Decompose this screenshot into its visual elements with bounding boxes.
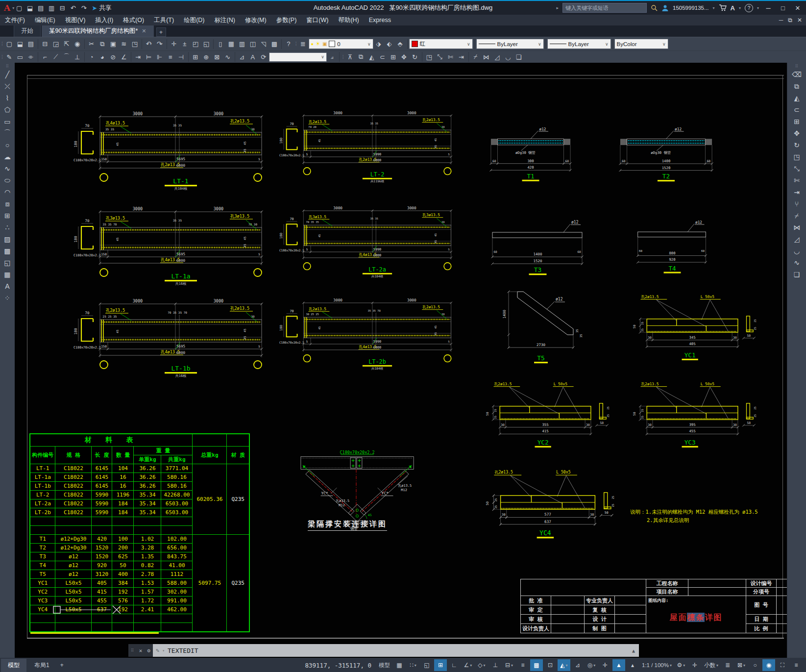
quick-properties[interactable]: ≣: [721, 659, 734, 671]
dimstyle-combo[interactable]: ∨: [269, 52, 327, 62]
yc-drawing-YC2[interactable]: 孔2ø13.5L 50x55025253035530415502525YC2: [482, 378, 610, 448]
quick-dim-icon[interactable]: ⇥: [133, 51, 144, 62]
object-snap[interactable]: ⊟▾: [503, 659, 515, 671]
extend-icon[interactable]: ⇥: [791, 186, 803, 198]
break-at-point-icon[interactable]: ⑂: [791, 198, 803, 210]
array-icon[interactable]: ⊞: [388, 51, 399, 62]
erase-icon[interactable]: ⌫: [791, 69, 803, 80]
share-button[interactable]: ➤ 共享: [92, 4, 111, 12]
drawing-canvas[interactable]: 70180C180x70x20x2.23000300035 3535 35304…: [15, 63, 787, 658]
continue-icon[interactable]: ⊩: [154, 51, 165, 62]
undo-icon[interactable]: ↶: [68, 3, 78, 13]
isolate-objects[interactable]: ○: [749, 659, 761, 671]
menu-Express[interactable]: Express: [364, 15, 396, 25]
doc-restore-button[interactable]: ⧉: [788, 17, 792, 24]
command-history-icon[interactable]: ▲: [632, 648, 639, 653]
tie-drawing-T2[interactable]: ø12øDg30 钢管601400601520T2: [618, 124, 714, 182]
fillet-icon[interactable]: ◡: [503, 51, 513, 62]
tab-start[interactable]: 开始: [14, 25, 41, 37]
beam-drawing-LT-1a[interactable]: 70180C180x70x20x2.23000300035 35 7035 35…: [73, 200, 266, 285]
menu-工具(T)[interactable]: 工具(T): [149, 15, 179, 25]
qcalc-icon[interactable]: ▩: [269, 39, 280, 50]
transparency[interactable]: ▩: [530, 659, 543, 671]
help-chevron-icon[interactable]: ▾: [757, 6, 759, 10]
layer-properties-icon[interactable]: ≣: [298, 39, 309, 50]
xline-icon[interactable]: ⤫: [1, 80, 13, 92]
revcloud-icon[interactable]: ☁: [1, 151, 13, 163]
gizmo[interactable]: ✛: [599, 659, 611, 671]
redo-icon[interactable]: ↷▾: [154, 39, 165, 50]
beam-drawing-LT-2b[interactable]: 70180C180x70x20x2.23000300030 25 2535 35…: [279, 292, 455, 370]
beam-drawing-LT-1b[interactable]: 70180C180x70x20x2.23000300025 25 3570 35…: [73, 292, 266, 377]
tie-drawing-T5[interactable]: 1400ø1235352730T5: [489, 284, 594, 366]
grid[interactable]: ▦: [393, 659, 406, 671]
command-close-icon[interactable]: ✕: [139, 647, 143, 654]
publish-icon[interactable]: ⇱: [61, 39, 72, 50]
dim-edit-icon[interactable]: ⊿: [237, 51, 247, 62]
lineweight-display[interactable]: ≡: [516, 659, 529, 671]
fillet-icon[interactable]: ◡: [791, 245, 803, 257]
layer-combo[interactable]: ● ☀ ▣ 0∨: [309, 39, 373, 49]
maximize-button[interactable]: □: [778, 4, 788, 12]
polar-tracking[interactable]: ∠▾: [462, 659, 474, 671]
arc-icon[interactable]: ⌒: [1, 127, 13, 139]
jog-line-icon[interactable]: ∿: [222, 51, 233, 62]
search-input[interactable]: 键入关键字或短语: [562, 3, 647, 13]
layout1-tab[interactable]: 布局1: [27, 659, 56, 672]
minimize-button[interactable]: ─: [763, 4, 774, 12]
menu-窗口(W)[interactable]: 窗口(W): [301, 15, 333, 25]
scale-icon[interactable]: ◳: [791, 151, 803, 163]
app-store-cart-icon[interactable]: [719, 4, 727, 11]
extend-icon[interactable]: ⇥: [456, 51, 467, 62]
stretch-icon[interactable]: ⤡: [435, 51, 445, 62]
doc-minimize-button[interactable]: ─: [779, 17, 783, 24]
trim-icon[interactable]: ✄: [791, 174, 803, 186]
batch-plot-icon[interactable]: ◉: [72, 39, 83, 50]
redo-icon[interactable]: ↷: [79, 3, 89, 13]
yc-drawing-YC3[interactable]: 孔2ø13.5L 50x55025253039530455502525YC3: [629, 378, 757, 448]
tab-document[interactable]: 某90米四联跨钢结构厂房结构图*✕: [42, 25, 154, 37]
arc-length-icon[interactable]: ⌒: [61, 51, 72, 62]
autocad-logo-icon[interactable]: A: [0, 3, 12, 13]
dynamic-input[interactable]: ⊞: [434, 659, 447, 671]
tolerance-icon[interactable]: ⊞: [190, 51, 201, 62]
help-icon[interactable]: ?: [283, 39, 294, 50]
make-block-icon[interactable]: ⊞: [1, 210, 13, 222]
osnap-tracking[interactable]: ⊥: [489, 659, 502, 671]
toolpalettes-icon[interactable]: ▥: [237, 39, 247, 50]
pan-icon[interactable]: ✛: [169, 39, 179, 50]
linetype-combo[interactable]: ByLayer∨: [476, 39, 544, 49]
polyline-icon[interactable]: ⌇: [1, 92, 13, 104]
move-icon[interactable]: ✥: [399, 51, 410, 62]
offset-icon[interactable]: ⊂: [791, 104, 803, 116]
spellcheck-icon[interactable]: ⌯: [25, 51, 36, 62]
command-line[interactable]: ⠿ ✕ ⚙ ✎ ▾ TEXTEDIT ▲: [128, 644, 639, 657]
yc-drawing-YC4[interactable]: 孔2ø13.5L 50x55025253057730637502525YC4: [482, 467, 615, 539]
stretch-icon[interactable]: ⤡: [791, 163, 803, 174]
ellipse-icon[interactable]: ⬭: [1, 174, 13, 186]
signed-in-user[interactable]: 1505999135...: [673, 5, 709, 11]
angular-icon[interactable]: ∠: [119, 51, 129, 62]
gradient-icon[interactable]: ▩: [1, 245, 13, 257]
point-icon[interactable]: ∴: [1, 222, 13, 233]
dim-break-icon[interactable]: ⊣: [176, 51, 187, 62]
explode-icon[interactable]: ❏: [513, 51, 524, 62]
lineweight-combo[interactable]: ByLayer∨: [547, 39, 611, 49]
annotation-monitor[interactable]: ✛: [688, 659, 701, 671]
copy-clip-icon[interactable]: ⧉: [97, 39, 108, 50]
plot-icon[interactable]: ⊟: [40, 39, 50, 50]
aligned-dimension-icon[interactable]: ⟋: [50, 51, 61, 62]
explode-icon[interactable]: ❏: [791, 269, 803, 280]
properties-icon[interactable]: ▯: [215, 39, 226, 50]
isometric-drafting[interactable]: ◇▾: [475, 659, 488, 671]
autodesk-app-icon[interactable]: A: [731, 4, 735, 12]
doc-close-button[interactable]: ✕: [797, 17, 802, 24]
point-style-icon[interactable]: ⁘: [1, 292, 13, 304]
jogged-icon[interactable]: ◕: [97, 51, 108, 62]
lock-ui[interactable]: ⊠▾: [735, 659, 748, 671]
menu-修改(M)[interactable]: 修改(M): [240, 15, 271, 25]
plot-preview-icon[interactable]: ◲: [50, 39, 61, 50]
match-properties-icon[interactable]: ≋: [119, 39, 129, 50]
dim-update-icon[interactable]: ⟳: [258, 51, 269, 62]
mirror-icon[interactable]: ◭: [791, 92, 803, 104]
